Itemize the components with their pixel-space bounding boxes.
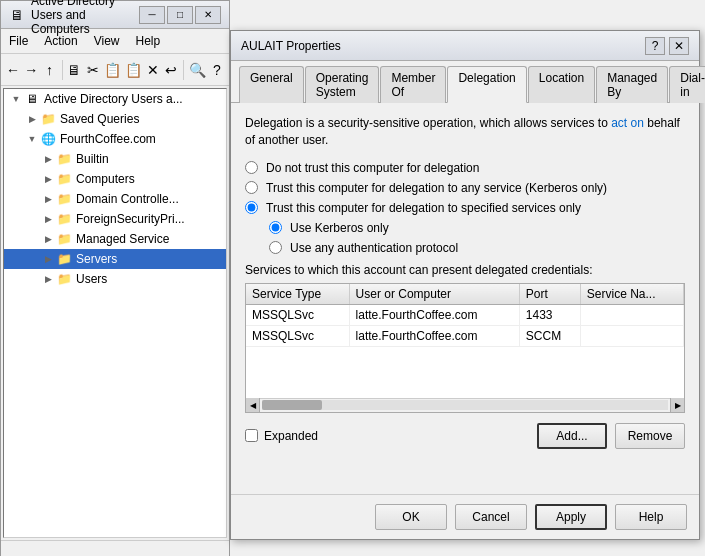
close-button[interactable]: ✕ <box>195 6 221 24</box>
dialog-content: Delegation is a security-sensitive opera… <box>231 103 699 471</box>
cell-user-computer-2: latte.FourthCoffee.com <box>349 325 519 346</box>
menu-bar: File Action View Help <box>1 29 229 54</box>
radio-kerberos-only-input[interactable] <box>269 221 282 234</box>
tree-node-users[interactable]: ▶ 📁 Users <box>4 269 226 289</box>
tree-node-root[interactable]: ▼ 🖥 Active Directory Users a... <box>4 89 226 109</box>
description-text-1: Delegation is a security-sensitive opera… <box>245 116 611 130</box>
computer-button[interactable]: 🖥 <box>66 58 82 82</box>
menu-help[interactable]: Help <box>128 31 169 51</box>
scroll-left-arrow[interactable]: ◀ <box>246 398 260 412</box>
tree-label-fsp: ForeignSecurityPri... <box>76 212 185 226</box>
expand-builtin[interactable]: ▶ <box>40 151 56 167</box>
cell-port-1: 1433 <box>519 304 580 325</box>
h-scrollbar[interactable]: ◀ ▶ <box>246 398 684 412</box>
tab-general[interactable]: General <box>239 66 304 103</box>
dialog-help-button[interactable]: ? <box>645 37 665 55</box>
remove-button[interactable]: Remove <box>615 423 685 449</box>
tab-member-of[interactable]: Member Of <box>380 66 446 103</box>
radio-any-auth: Use any authentication protocol <box>269 241 685 255</box>
tree-node-foreign-security[interactable]: ▶ 📁 ForeignSecurityPri... <box>4 209 226 229</box>
services-table: Service Type User or Computer Port Servi… <box>246 284 684 347</box>
tree-node-fourthcoffee[interactable]: ▼ 🌐 FourthCoffee.com <box>4 129 226 149</box>
menu-file[interactable]: File <box>1 31 36 51</box>
cut-button[interactable]: ✂ <box>85 58 101 82</box>
tree-node-managed-service[interactable]: ▶ 📁 Managed Service <box>4 229 226 249</box>
expand-root[interactable]: ▼ <box>8 91 24 107</box>
expand-servers[interactable]: ▶ <box>40 251 56 267</box>
table-row[interactable]: MSSQLSvc latte.FourthCoffee.com 1433 <box>246 304 684 325</box>
tab-delegation[interactable]: Delegation <box>447 66 526 103</box>
paste-button[interactable]: 📋 <box>124 58 143 82</box>
help-button[interactable]: ? <box>209 58 225 82</box>
scroll-right-arrow[interactable]: ▶ <box>670 398 684 412</box>
tree-panel[interactable]: ▼ 🖥 Active Directory Users a... ▶ 📁 Save… <box>3 88 227 538</box>
services-label: Services to which this account can prese… <box>245 263 685 277</box>
expand-computers[interactable]: ▶ <box>40 171 56 187</box>
add-button[interactable]: Add... <box>537 423 607 449</box>
up-button[interactable]: ↑ <box>41 58 57 82</box>
expand-dc[interactable]: ▶ <box>40 191 56 207</box>
main-titlebar: 🖥 Active Directory Users and Computers ─… <box>1 1 229 29</box>
radio-any-service-label: Trust this computer for delegation to an… <box>266 181 607 195</box>
radio-sub-group: Use Kerberos only Use any authentication… <box>269 221 685 255</box>
apply-button[interactable]: Apply <box>535 504 607 530</box>
radio-kerberos-only: Use Kerberos only <box>269 221 685 235</box>
expanded-checkbox[interactable] <box>245 429 258 442</box>
toolbar-separator-2 <box>183 60 184 80</box>
scroll-thumb[interactable] <box>262 400 322 410</box>
copy-button[interactable]: 📋 <box>103 58 122 82</box>
expand-managed[interactable]: ▶ <box>40 231 56 247</box>
expand-fourthcoffee[interactable]: ▼ <box>24 131 40 147</box>
tree-node-computers[interactable]: ▶ 📁 Computers <box>4 169 226 189</box>
tab-location[interactable]: Location <box>528 66 595 103</box>
tab-managed-by[interactable]: Managed By <box>596 66 668 103</box>
scroll-track[interactable] <box>262 400 668 410</box>
radio-specified-services[interactable] <box>245 201 258 214</box>
radio-option-2: Trust this computer for delegation to an… <box>245 181 685 195</box>
col-service-name[interactable]: Service Na... <box>580 284 683 305</box>
dialog-close-button[interactable]: ✕ <box>669 37 689 55</box>
tab-operating-system[interactable]: Operating System <box>305 66 380 103</box>
aulait-properties-dialog: AULAIT Properties ? ✕ General Operating … <box>230 30 700 540</box>
tree-node-saved-queries[interactable]: ▶ 📁 Saved Queries <box>4 109 226 129</box>
expanded-label: Expanded <box>264 429 318 443</box>
tree-node-builtin[interactable]: ▶ 📁 Builtin <box>4 149 226 169</box>
radio-specified-services-label: Trust this computer for delegation to sp… <box>266 201 581 215</box>
col-port[interactable]: Port <box>519 284 580 305</box>
radio-any-service[interactable] <box>245 181 258 194</box>
tree-node-domain-controllers[interactable]: ▶ 📁 Domain Controlle... <box>4 189 226 209</box>
tree-label-users: Users <box>76 272 107 286</box>
maximize-button[interactable]: □ <box>167 6 193 24</box>
services-table-wrapper[interactable]: Service Type User or Computer Port Servi… <box>245 283 685 413</box>
expand-saved-queries[interactable]: ▶ <box>24 111 40 127</box>
tree-label-saved-queries: Saved Queries <box>60 112 139 126</box>
tree-label-servers: Servers <box>76 252 117 266</box>
back-button[interactable]: ← <box>5 58 21 82</box>
description-link[interactable]: act on <box>611 116 644 130</box>
menu-action[interactable]: Action <box>36 31 85 51</box>
radio-no-trust[interactable] <box>245 161 258 174</box>
icon-builtin: 📁 <box>56 151 72 167</box>
expand-fsp[interactable]: ▶ <box>40 211 56 227</box>
search-button[interactable]: 🔍 <box>188 58 207 82</box>
cell-user-computer-1: latte.FourthCoffee.com <box>349 304 519 325</box>
cell-service-type-2: MSSQLSvc <box>246 325 349 346</box>
tree-label-root: Active Directory Users a... <box>44 92 183 106</box>
col-user-computer[interactable]: User or Computer <box>349 284 519 305</box>
expand-users[interactable]: ▶ <box>40 271 56 287</box>
undo-button[interactable]: ↩ <box>163 58 179 82</box>
tree-node-servers[interactable]: ▶ 📁 Servers <box>4 249 226 269</box>
minimize-button[interactable]: ─ <box>139 6 165 24</box>
icon-saved-queries: 📁 <box>40 111 56 127</box>
radio-any-auth-input[interactable] <box>269 241 282 254</box>
tab-dial-in[interactable]: Dial-in <box>669 66 705 103</box>
ok-button[interactable]: OK <box>375 504 447 530</box>
footer-help-button[interactable]: Help <box>615 504 687 530</box>
forward-button[interactable]: → <box>23 58 39 82</box>
cancel-button[interactable]: Cancel <box>455 504 527 530</box>
col-service-type[interactable]: Service Type <box>246 284 349 305</box>
delete-button[interactable]: ✕ <box>145 58 161 82</box>
icon-users: 📁 <box>56 271 72 287</box>
menu-view[interactable]: View <box>86 31 128 51</box>
table-row[interactable]: MSSQLSvc latte.FourthCoffee.com SCCM <box>246 325 684 346</box>
